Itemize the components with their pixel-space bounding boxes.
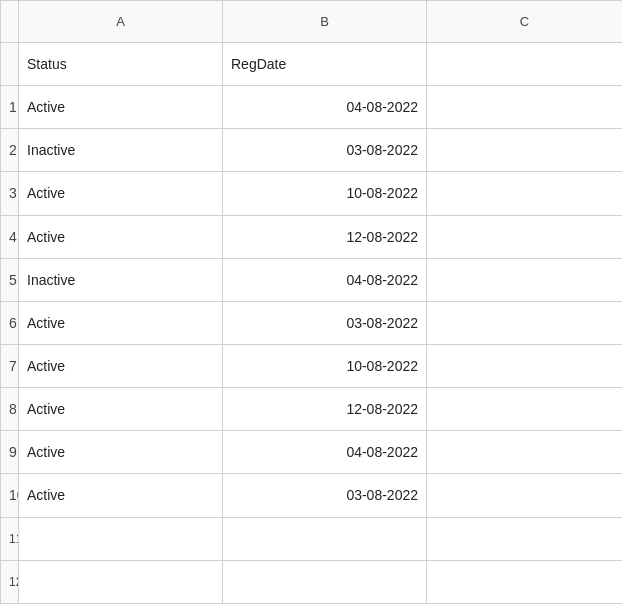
cell-regdate[interactable]: 03-08-2022: [223, 301, 427, 344]
cell-c[interactable]: [427, 86, 623, 129]
cell-c[interactable]: [427, 215, 623, 258]
row-number: 10: [1, 474, 19, 517]
cell-c[interactable]: [427, 344, 623, 387]
cell-c[interactable]: [427, 43, 623, 86]
row-number: 12: [1, 560, 19, 603]
row-number: 1: [1, 86, 19, 129]
row-number: 2: [1, 129, 19, 172]
cell-regdate[interactable]: [223, 517, 427, 560]
row-number: 7: [1, 344, 19, 387]
cell-status[interactable]: [19, 560, 223, 603]
data-row[interactable]: 8Active12-08-2022: [1, 388, 623, 431]
cell-regdate[interactable]: 03-08-2022: [223, 474, 427, 517]
corner-header: [1, 1, 19, 43]
cell-c[interactable]: [427, 560, 623, 603]
data-row[interactable]: 5Inactive04-08-2022: [1, 258, 623, 301]
row-number: 6: [1, 301, 19, 344]
header-data-row[interactable]: StatusRegDate: [1, 43, 623, 86]
cell-regdate[interactable]: 10-08-2022: [223, 172, 427, 215]
cell-status[interactable]: Status: [19, 43, 223, 86]
cell-c[interactable]: [427, 172, 623, 215]
row-number: 11: [1, 517, 19, 560]
cell-regdate[interactable]: [223, 560, 427, 603]
cell-c[interactable]: [427, 431, 623, 474]
cell-status[interactable]: Active: [19, 431, 223, 474]
col-b-header[interactable]: B: [223, 1, 427, 43]
cell-regdate[interactable]: 12-08-2022: [223, 388, 427, 431]
cell-c[interactable]: [427, 517, 623, 560]
data-row[interactable]: 4Active12-08-2022: [1, 215, 623, 258]
cell-c[interactable]: [427, 474, 623, 517]
cell-status[interactable]: Active: [19, 215, 223, 258]
row-number: 4: [1, 215, 19, 258]
data-row[interactable]: 10Active03-08-2022: [1, 474, 623, 517]
row-number: 5: [1, 258, 19, 301]
cell-regdate[interactable]: 04-08-2022: [223, 431, 427, 474]
cell-status[interactable]: Inactive: [19, 129, 223, 172]
row-number: [1, 43, 19, 86]
row-number: 8: [1, 388, 19, 431]
empty-row[interactable]: 12: [1, 560, 623, 603]
cell-status[interactable]: Active: [19, 344, 223, 387]
cell-status[interactable]: Active: [19, 172, 223, 215]
cell-regdate[interactable]: 12-08-2022: [223, 215, 427, 258]
cell-regdate[interactable]: RegDate: [223, 43, 427, 86]
cell-status[interactable]: Active: [19, 301, 223, 344]
cell-regdate[interactable]: 04-08-2022: [223, 86, 427, 129]
data-row[interactable]: 6Active03-08-2022: [1, 301, 623, 344]
data-row[interactable]: 7Active10-08-2022: [1, 344, 623, 387]
data-row[interactable]: 9Active04-08-2022: [1, 431, 623, 474]
data-row[interactable]: 2Inactive03-08-2022: [1, 129, 623, 172]
data-row[interactable]: 3Active10-08-2022: [1, 172, 623, 215]
cell-status[interactable]: Active: [19, 86, 223, 129]
cell-regdate[interactable]: 03-08-2022: [223, 129, 427, 172]
col-a-header[interactable]: A: [19, 1, 223, 43]
row-number: 9: [1, 431, 19, 474]
spreadsheet: A B C StatusRegDate1Active04-08-20222Ina…: [0, 0, 622, 604]
cell-status[interactable]: [19, 517, 223, 560]
cell-c[interactable]: [427, 258, 623, 301]
data-row[interactable]: 1Active04-08-2022: [1, 86, 623, 129]
cell-c[interactable]: [427, 388, 623, 431]
cell-regdate[interactable]: 10-08-2022: [223, 344, 427, 387]
cell-status[interactable]: Active: [19, 474, 223, 517]
row-number: 3: [1, 172, 19, 215]
cell-status[interactable]: Active: [19, 388, 223, 431]
col-c-header[interactable]: C: [427, 1, 623, 43]
cell-status[interactable]: Inactive: [19, 258, 223, 301]
cell-c[interactable]: [427, 129, 623, 172]
cell-regdate[interactable]: 04-08-2022: [223, 258, 427, 301]
empty-row[interactable]: 11: [1, 517, 623, 560]
cell-c[interactable]: [427, 301, 623, 344]
